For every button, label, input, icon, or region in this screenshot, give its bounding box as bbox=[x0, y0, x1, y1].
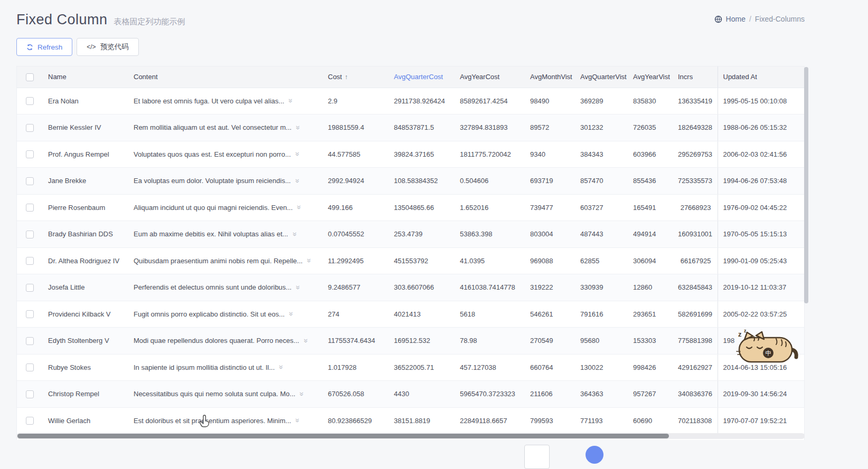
row-content-wrap: Et labore est omnis fuga. Ut vero culpa … bbox=[134, 97, 323, 105]
column-header-content[interactable]: Content bbox=[128, 66, 323, 88]
preview-code-label: 预览代码 bbox=[100, 42, 129, 52]
table-row: Dr. Althea Rodriguez IVQuibusdam praesen… bbox=[17, 247, 804, 274]
select-all-header-cell bbox=[17, 66, 43, 88]
row-checkbox[interactable] bbox=[26, 150, 34, 158]
column-header-name[interactable]: Name bbox=[43, 66, 128, 88]
expand-row-icon[interactable]: » bbox=[291, 232, 299, 236]
column-header-updated-at[interactable]: Updated At bbox=[718, 66, 804, 88]
row-checkbox[interactable] bbox=[26, 204, 34, 212]
table-row: Rubye StokesIn sapiente id ipsum molliti… bbox=[17, 354, 804, 381]
expand-row-icon[interactable]: » bbox=[294, 179, 301, 183]
expand-row-icon[interactable]: » bbox=[278, 365, 285, 369]
row-avg-quarter-cost-cell: 303.6607066 bbox=[389, 274, 455, 301]
row-name-cell: Pierre Rosenbaum bbox=[43, 194, 128, 221]
select-all-checkbox[interactable] bbox=[26, 73, 34, 81]
row-content-text: Fugit omnis porro explicabo distinctio. … bbox=[134, 310, 285, 318]
row-cost-cell: 2992.94924 bbox=[323, 168, 389, 195]
row-content-wrap: Quibusdam praesentium animi nobis rem qu… bbox=[134, 257, 323, 265]
row-avg-month-vist-cell: 89572 bbox=[525, 114, 575, 141]
row-content-text: Aliquam incidunt ut quo qui magni reicie… bbox=[134, 204, 293, 212]
row-name-cell: Christop Rempel bbox=[43, 381, 128, 408]
row-updated-at-cell: 2006-02-03 02:41:56 bbox=[718, 141, 804, 168]
row-content-wrap: Aliquam incidunt ut quo qui magni reicie… bbox=[134, 204, 323, 212]
row-checkbox[interactable] bbox=[26, 363, 34, 371]
row-avg-quarter-cost-cell: 108.58384352 bbox=[389, 168, 455, 195]
horizontal-scrollbar-track[interactable] bbox=[16, 433, 805, 439]
row-name-cell: Bernie Kessler IV bbox=[43, 114, 128, 141]
preview-code-button[interactable]: </> 预览代码 bbox=[77, 38, 138, 56]
column-header-incrs[interactable]: Incrs bbox=[673, 66, 718, 88]
pagination-size-select[interactable] bbox=[524, 445, 550, 469]
row-name-cell: Rubye Stokes bbox=[43, 354, 128, 381]
row-content-cell: Eum ab maxime debitis ex. Nihil voluptas… bbox=[128, 221, 323, 248]
row-name-cell: Josefa Little bbox=[43, 274, 128, 301]
sort-ascending-icon[interactable]: ↑ bbox=[345, 73, 348, 81]
row-checkbox[interactable] bbox=[26, 177, 34, 185]
column-header-avg-month-vist[interactable]: AvgMonthVist bbox=[525, 66, 575, 88]
row-checkbox[interactable] bbox=[26, 310, 34, 318]
row-content-text: Rem mollitia aliquam ut est aut. Vel con… bbox=[134, 123, 291, 131]
row-content-wrap: Necessitatibus quis qui nemo soluta sunt… bbox=[134, 390, 323, 398]
row-content-cell: Quibusdam praesentium animi nobis rem qu… bbox=[128, 247, 323, 274]
expand-row-icon[interactable]: » bbox=[294, 418, 301, 423]
expand-row-icon[interactable]: » bbox=[298, 392, 306, 396]
cat-sticker: z z 中 bbox=[735, 328, 800, 363]
breadcrumb: Home / Fixed-Columns bbox=[714, 15, 805, 23]
row-cost-cell: 44.577585 bbox=[323, 141, 389, 168]
fixed-column-table: Name Content Cost↑ AvgQuarterCost AvgYea… bbox=[17, 66, 804, 434]
horizontal-scrollbar-thumb[interactable] bbox=[17, 434, 669, 438]
row-avg-month-vist-cell: 546261 bbox=[525, 301, 575, 328]
row-incrs-cell: 775881398 bbox=[673, 328, 718, 355]
row-avg-quarter-cost-cell: 13504865.66 bbox=[389, 194, 455, 221]
row-avg-month-vist-cell: 660764 bbox=[525, 354, 575, 381]
row-avg-year-cost-cell: 327894.831893 bbox=[455, 114, 525, 141]
expand-row-icon[interactable]: » bbox=[288, 312, 295, 316]
row-content-text: In sapiente id ipsum mollitia distinctio… bbox=[134, 363, 275, 371]
expand-row-icon[interactable]: » bbox=[295, 126, 302, 130]
row-updated-at-cell: 1994-06-26 07:53:48 bbox=[718, 168, 804, 195]
row-avg-quarter-vist-cell: 771193 bbox=[575, 407, 628, 434]
row-incrs-cell: 295269753 bbox=[673, 141, 718, 168]
row-updated-at-cell: 2019-09-30 14:56:24 bbox=[718, 381, 804, 408]
table-row: Willie GerlachEst doloribus et sit praes… bbox=[17, 407, 804, 434]
row-updated-at-cell: 1976-09-02 04:45:22 bbox=[718, 194, 804, 221]
row-avg-quarter-cost-cell: 169512.532 bbox=[389, 328, 455, 355]
row-checkbox[interactable] bbox=[26, 417, 34, 425]
expand-row-icon[interactable]: » bbox=[296, 205, 303, 209]
column-header-avg-year-vist[interactable]: AvgYearVist bbox=[628, 66, 673, 88]
row-avg-year-cost-cell: 41.0395 bbox=[455, 247, 525, 274]
column-header-avg-quarter-cost[interactable]: AvgQuarterCost bbox=[389, 66, 455, 88]
expand-row-icon[interactable]: » bbox=[303, 339, 310, 343]
row-cost-cell: 11.2992495 bbox=[323, 247, 389, 274]
row-content-text: Perferendis et delectus omnis sunt unde … bbox=[134, 283, 291, 291]
vertical-scrollbar-thumb[interactable] bbox=[804, 67, 808, 303]
row-checkbox[interactable] bbox=[26, 284, 34, 292]
row-avg-year-vist-cell: 293651 bbox=[628, 301, 673, 328]
pagination-active-page[interactable] bbox=[586, 446, 603, 464]
row-avg-year-vist-cell: 60690 bbox=[628, 407, 673, 434]
expand-row-icon[interactable]: » bbox=[295, 285, 302, 290]
row-content-cell: Est doloribus et sit praesentium asperio… bbox=[128, 407, 323, 434]
row-avg-year-vist-cell: 603966 bbox=[628, 141, 673, 168]
page-title: Fixed Column 表格固定列功能示例 bbox=[16, 12, 185, 28]
row-incrs-cell: 582691699 bbox=[673, 301, 718, 328]
table-header-row: Name Content Cost↑ AvgQuarterCost AvgYea… bbox=[17, 66, 804, 88]
expand-row-icon[interactable]: » bbox=[306, 259, 313, 263]
row-checkbox[interactable] bbox=[26, 257, 34, 265]
expand-row-icon[interactable]: » bbox=[294, 152, 301, 156]
column-header-avg-year-cost[interactable]: AvgYearCost bbox=[455, 66, 525, 88]
refresh-button[interactable]: Refresh bbox=[16, 38, 72, 56]
row-checkbox[interactable] bbox=[26, 124, 34, 132]
row-checkbox[interactable] bbox=[26, 337, 34, 345]
column-header-avg-quarter-vist[interactable]: AvgQuarterVist bbox=[575, 66, 628, 88]
row-incrs-cell: 702118308 bbox=[673, 407, 718, 434]
column-header-cost[interactable]: Cost↑ bbox=[323, 66, 389, 88]
refresh-button-label: Refresh bbox=[37, 43, 62, 51]
row-checkbox[interactable] bbox=[26, 97, 34, 105]
breadcrumb-home-link[interactable]: Home bbox=[726, 15, 746, 23]
row-avg-year-vist-cell: 726035 bbox=[628, 114, 673, 141]
row-checkbox[interactable] bbox=[26, 390, 34, 398]
row-name-cell: Jane Brekke bbox=[43, 168, 128, 195]
row-checkbox[interactable] bbox=[26, 231, 34, 238]
expand-row-icon[interactable]: » bbox=[287, 99, 295, 103]
